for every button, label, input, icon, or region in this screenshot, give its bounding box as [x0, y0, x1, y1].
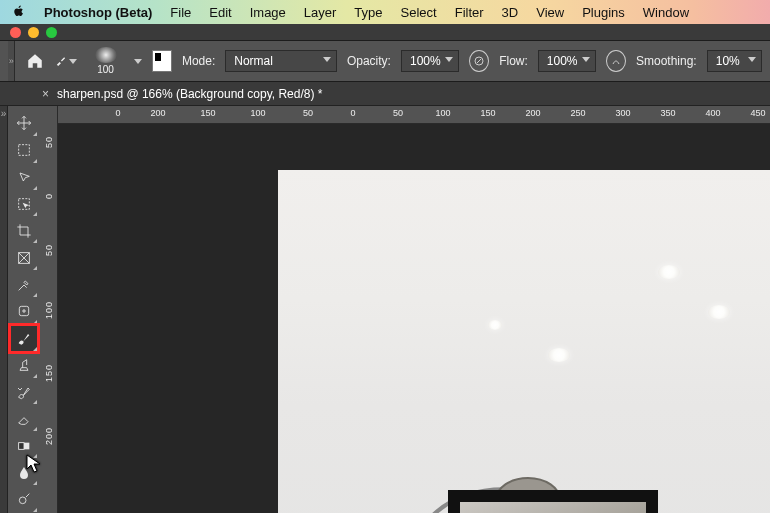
- blend-mode-value: Normal: [234, 54, 273, 68]
- photoshop-window: » 100 Mode: Normal Opacity: 100% Flow: 1: [0, 24, 770, 513]
- canvas-container: 0200150100500501001502002503003504004505…: [40, 106, 770, 513]
- home-button[interactable]: [25, 50, 45, 72]
- lasso-tool[interactable]: [10, 164, 38, 191]
- ruler-tick: 300: [615, 108, 630, 118]
- tool-preset-picker[interactable]: [55, 50, 77, 72]
- menu-image[interactable]: Image: [250, 5, 286, 20]
- ruler-tick: 150: [480, 108, 495, 118]
- brush-preset-picker[interactable]: 100: [87, 46, 123, 76]
- ruler-tick: 0: [115, 108, 120, 118]
- ruler-tick: 50: [393, 108, 403, 118]
- toolbar-collapse-handle[interactable]: »: [0, 106, 8, 513]
- clone-stamp-tool[interactable]: [10, 352, 38, 379]
- ruler-tick: 0: [350, 108, 355, 118]
- cursor-icon: [26, 454, 42, 474]
- canvas[interactable]: [58, 124, 770, 513]
- close-window-button[interactable]: [10, 27, 21, 38]
- options-bar-grip[interactable]: »: [8, 41, 15, 81]
- tools-panel: [8, 106, 40, 513]
- menu-layer[interactable]: Layer: [304, 5, 337, 20]
- mode-label: Mode:: [182, 54, 215, 68]
- ruler-vertical[interactable]: 50050100150200: [40, 106, 58, 513]
- crop-tool[interactable]: [10, 217, 38, 244]
- image-content: [548, 348, 570, 362]
- smoothing-value: 10%: [716, 54, 740, 68]
- ruler-tick: 200: [525, 108, 540, 118]
- options-bar: » 100 Mode: Normal Opacity: 100% Flow: 1: [0, 40, 770, 82]
- svg-rect-1: [19, 145, 30, 156]
- pressure-opacity-toggle[interactable]: [469, 50, 489, 72]
- menu-file[interactable]: File: [170, 5, 191, 20]
- menu-select[interactable]: Select: [401, 5, 437, 20]
- object-select-tool[interactable]: [10, 191, 38, 218]
- document-tab-bar: × sharpen.psd @ 166% (Background copy, R…: [0, 82, 770, 106]
- frame-tool[interactable]: [10, 244, 38, 271]
- brush-tool[interactable]: [10, 325, 38, 352]
- smoothing-dropdown[interactable]: 10%: [707, 50, 762, 72]
- move-tool[interactable]: [10, 110, 38, 137]
- image-content: [658, 265, 680, 279]
- mac-menubar: Photoshop (Beta) File Edit Image Layer T…: [0, 0, 770, 24]
- app-name[interactable]: Photoshop (Beta): [44, 5, 152, 20]
- workspace: » 02001501005005010015020025030035040045…: [0, 106, 770, 513]
- history-brush-tool[interactable]: [10, 379, 38, 406]
- marquee-tool[interactable]: [10, 137, 38, 164]
- ruler-tick: 200: [150, 108, 165, 118]
- image-content: [708, 305, 730, 319]
- opacity-dropdown[interactable]: 100%: [401, 50, 459, 72]
- ruler-tick: 100: [435, 108, 450, 118]
- menu-filter[interactable]: Filter: [455, 5, 484, 20]
- ruler-tick: 250: [570, 108, 585, 118]
- eyedropper-tool[interactable]: [10, 271, 38, 298]
- ruler-tick: 400: [705, 108, 720, 118]
- opacity-label: Opacity:: [347, 54, 391, 68]
- apple-menu-icon[interactable]: [12, 4, 26, 21]
- ruler-horizontal[interactable]: 0200150100500501001502002503003504004505…: [58, 106, 770, 124]
- ruler-tick: 150: [44, 364, 54, 382]
- menu-edit[interactable]: Edit: [209, 5, 231, 20]
- chevron-down-icon[interactable]: [134, 59, 142, 64]
- menu-3d[interactable]: 3D: [502, 5, 519, 20]
- ruler-tick: 100: [250, 108, 265, 118]
- svg-rect-6: [19, 442, 24, 449]
- ruler-tick: 50: [44, 244, 54, 256]
- menu-view[interactable]: View: [536, 5, 564, 20]
- menu-type[interactable]: Type: [354, 5, 382, 20]
- ruler-tick: 450: [750, 108, 765, 118]
- minimize-window-button[interactable]: [28, 27, 39, 38]
- window-titlebar: [0, 24, 770, 40]
- flow-label: Flow:: [499, 54, 528, 68]
- opacity-value: 100%: [410, 54, 441, 68]
- ruler-tick: 100: [44, 301, 54, 319]
- close-tab-icon[interactable]: ×: [42, 87, 49, 101]
- ruler-tick: 150: [200, 108, 215, 118]
- flow-dropdown[interactable]: 100%: [538, 50, 596, 72]
- airbrush-toggle[interactable]: [606, 50, 626, 72]
- blend-mode-dropdown[interactable]: Normal: [225, 50, 337, 72]
- brush-size-value: 100: [97, 64, 114, 75]
- eraser-tool[interactable]: [10, 405, 38, 432]
- healing-brush-tool[interactable]: [10, 298, 38, 325]
- document-tab-title: sharpen.psd @ 166% (Background copy, Red…: [57, 87, 322, 101]
- brush-preview-icon: [95, 47, 117, 63]
- menu-plugins[interactable]: Plugins: [582, 5, 625, 20]
- dodge-tool[interactable]: [10, 486, 38, 513]
- ruler-tick: 350: [660, 108, 675, 118]
- ruler-tick: 50: [303, 108, 313, 118]
- smoothing-label: Smoothing:: [636, 54, 697, 68]
- ruler-tick: 50: [44, 136, 54, 148]
- image-content: [488, 320, 502, 330]
- document-tab[interactable]: × sharpen.psd @ 166% (Background copy, R…: [42, 87, 322, 101]
- document-image: [278, 170, 770, 513]
- ruler-tick: 200: [44, 427, 54, 445]
- svg-point-7: [19, 497, 26, 504]
- brush-panel-toggle[interactable]: [152, 50, 172, 72]
- image-content: [448, 490, 658, 513]
- flow-value: 100%: [547, 54, 578, 68]
- zoom-window-button[interactable]: [46, 27, 57, 38]
- ruler-tick: 0: [44, 193, 54, 199]
- menu-window[interactable]: Window: [643, 5, 689, 20]
